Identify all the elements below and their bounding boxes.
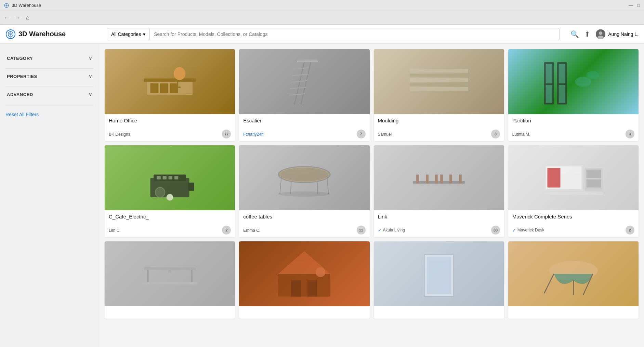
advanced-filter-header[interactable]: ADVANCED ∨ xyxy=(5,87,93,102)
svg-line-51 xyxy=(327,176,329,194)
card-author: BK Designs xyxy=(109,132,130,137)
svg-rect-21 xyxy=(293,67,310,70)
forward-button[interactable]: → xyxy=(15,15,21,21)
svg-rect-26 xyxy=(410,69,468,72)
card-body xyxy=(105,306,235,315)
svg-rect-43 xyxy=(169,176,172,179)
svg-point-7 xyxy=(599,31,602,35)
card-author: Emma C. xyxy=(243,228,260,233)
svg-rect-28 xyxy=(410,78,468,82)
back-button[interactable]: ← xyxy=(4,15,10,21)
search-icon[interactable]: 🔍 xyxy=(570,30,579,38)
svg-rect-17 xyxy=(298,59,317,61)
card-footer: Emma C. 11 xyxy=(239,224,369,237)
card-partition[interactable]: Partition Luthfia M. 3 xyxy=(508,49,639,141)
svg-rect-57 xyxy=(459,175,462,184)
search-input[interactable] xyxy=(149,28,560,40)
card-thumbnail xyxy=(508,241,639,306)
advanced-chevron-icon: ∨ xyxy=(89,92,92,97)
card-thumbnail xyxy=(374,241,504,306)
author-info: Luthfia M. xyxy=(512,131,530,137)
minimize-button[interactable]: — xyxy=(629,3,633,8)
user-name: Aung Naing L. xyxy=(608,31,639,37)
card-footer: Lim C. 2 xyxy=(105,224,235,237)
svg-rect-42 xyxy=(163,176,167,179)
svg-rect-76 xyxy=(291,280,301,297)
card-cafe-electric[interactable]: C_Cafe_Electric_ Lim C. 2 xyxy=(105,145,235,237)
svg-rect-27 xyxy=(410,74,468,77)
card-thumbnail xyxy=(374,49,504,114)
svg-point-78 xyxy=(316,267,326,277)
search-area: All Categories ▾ xyxy=(107,28,560,40)
svg-rect-13 xyxy=(170,83,178,93)
svg-rect-80 xyxy=(427,257,451,294)
svg-rect-16 xyxy=(175,86,181,88)
card-bottom4[interactable] xyxy=(508,241,639,319)
advanced-filter-section: ADVANCED ∨ xyxy=(5,87,93,105)
card-body xyxy=(508,306,639,315)
svg-rect-77 xyxy=(307,280,317,297)
card-title: C_Cafe_Electric_ xyxy=(109,214,231,219)
upload-icon[interactable]: ⬆ xyxy=(584,30,590,38)
card-title: Escalier xyxy=(243,118,365,123)
svg-rect-33 xyxy=(546,85,552,103)
svg-rect-32 xyxy=(546,64,552,83)
svg-rect-71 xyxy=(191,270,193,283)
card-body: Home Office xyxy=(105,114,235,128)
category-filter-header[interactable]: CATEGORY ∨ xyxy=(5,51,93,66)
user-avatar xyxy=(596,29,605,39)
svg-rect-22 xyxy=(292,74,308,76)
maximize-button[interactable]: □ xyxy=(637,3,640,8)
model-count-badge: 38 xyxy=(491,226,500,235)
header-actions: 🔍 ⬆ Aung Naing L. xyxy=(570,29,639,39)
main-layout: CATEGORY ∨ PROPERTIES ∨ ADVANCED ∨ Reset… xyxy=(0,44,644,347)
card-thumbnail xyxy=(105,241,235,306)
svg-rect-58 xyxy=(426,175,429,184)
logo[interactable]: 3D Warehouse xyxy=(5,29,101,39)
card-title: coffee tables xyxy=(243,214,365,219)
svg-rect-66 xyxy=(586,170,601,178)
svg-rect-68 xyxy=(544,192,603,195)
reset-filters-link[interactable]: Reset All Filters xyxy=(5,112,93,117)
svg-rect-12 xyxy=(160,83,168,93)
properties-filter-header[interactable]: PROPERTIES ∨ xyxy=(5,69,93,84)
verified-by: Maverick Desk xyxy=(517,228,544,232)
svg-line-82 xyxy=(544,274,554,293)
card-title: Home Office xyxy=(109,118,231,123)
card-body: Moulding xyxy=(374,114,504,128)
check-icon: ✓ xyxy=(378,228,382,233)
card-coffee-tables[interactable]: coffee tables Emma C. 11 xyxy=(239,145,369,237)
card-thumbnail xyxy=(105,145,235,210)
svg-rect-11 xyxy=(150,83,159,93)
logo-text: 3D Warehouse xyxy=(18,30,66,38)
model-grid: Home Office BK Designs 77 Escalier Fchar… xyxy=(105,49,639,319)
card-home-office[interactable]: Home Office BK Designs 77 xyxy=(105,49,235,141)
card-moulding[interactable]: Moulding Samuel 3 xyxy=(374,49,504,141)
author-info: Fcharly24h xyxy=(243,131,263,137)
author-info: Lim C. xyxy=(109,227,121,233)
card-maverick[interactable]: Maverick Complete Series ✓ Maverick Desk… xyxy=(508,145,639,237)
card-bottom3[interactable] xyxy=(374,241,504,319)
card-footer xyxy=(105,315,235,319)
card-link[interactable]: Link ✓ Akula Living 38 xyxy=(374,145,504,237)
svg-rect-67 xyxy=(586,179,601,188)
verified-badge: ✓ Akula Living xyxy=(378,228,405,233)
svg-line-50 xyxy=(280,176,282,194)
card-thumbnail xyxy=(105,49,235,114)
card-bottom1[interactable] xyxy=(105,241,235,319)
svg-point-14 xyxy=(174,67,185,80)
svg-point-46 xyxy=(167,194,173,201)
card-title: Partition xyxy=(512,118,634,123)
svg-rect-72 xyxy=(142,282,198,285)
category-dropdown[interactable]: All Categories ▾ xyxy=(107,28,149,40)
user-menu[interactable]: Aung Naing L. xyxy=(596,29,639,39)
card-body: Link xyxy=(374,210,504,224)
home-button[interactable]: ⌂ xyxy=(26,15,29,21)
svg-point-45 xyxy=(155,188,165,198)
model-count-badge: 7 xyxy=(357,130,366,138)
category-label: All Categories xyxy=(111,31,141,37)
card-bottom2[interactable] xyxy=(239,241,369,319)
titlebar-controls: — □ xyxy=(629,3,640,8)
card-body: Partition xyxy=(508,114,639,128)
card-escalier[interactable]: Escalier Fcharly24h 7 xyxy=(239,49,369,141)
